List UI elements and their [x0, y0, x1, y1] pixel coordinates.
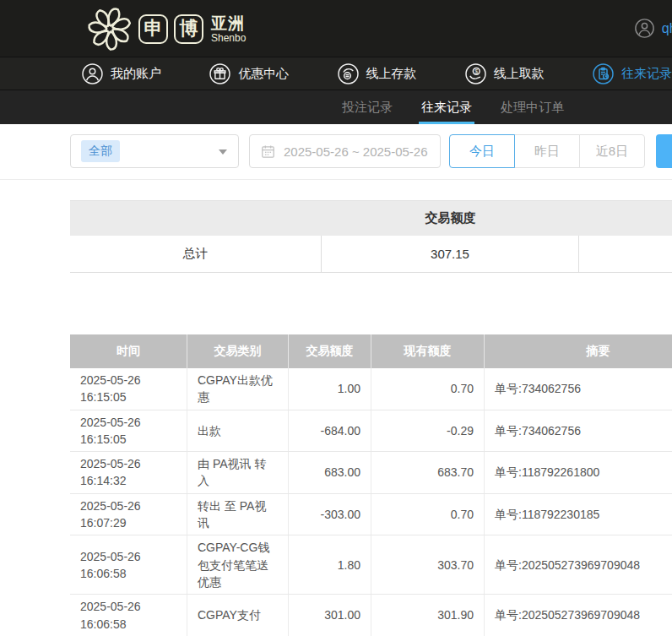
table-row: 2025-05-26 16:14:32 由 PA视讯 转入 683.00 683…	[70, 452, 672, 494]
calendar-icon	[260, 144, 276, 160]
cell-balance: 303.70	[371, 535, 485, 594]
table-row: 2025-05-26 16:15:05 出款 -684.00 -0.29 单号:…	[70, 410, 672, 453]
cell-amount: 1.80	[289, 535, 371, 594]
cell-summary: 单号:118792261800	[485, 452, 672, 493]
cell-summary: 单号:118792230185	[485, 494, 672, 535]
cell-type: 出款	[187, 410, 289, 452]
svg-text:$: $	[474, 67, 478, 74]
filter-bar: 全部 2025-05-26 ~ 2025-05-26 今日 昨日 近8日	[0, 124, 672, 180]
summary-row-label: 总计	[70, 236, 322, 272]
tab-label: 处理中订单	[501, 100, 564, 116]
cell-amount: -684.00	[289, 410, 371, 452]
column-header-amount: 交易额度	[289, 334, 371, 368]
cell-balance: 0.70	[371, 368, 485, 410]
nav-item-label: 线上取款	[494, 66, 545, 82]
nav-item-withdraw[interactable]: $ 线上取款	[464, 63, 545, 85]
table-row: 2025-05-26 16:15:05 CGPAY出款优惠 1.00 0.70 …	[70, 368, 672, 410]
nav-item-label: 我的账户	[111, 66, 161, 82]
cell-summary: 单号:734062756	[485, 410, 672, 452]
tab-processing-orders[interactable]: 处理中订单	[501, 90, 564, 124]
cell-amount: 301.00	[289, 595, 371, 636]
cell-type: 转出 至 PA视讯	[187, 494, 289, 535]
type-filter-dropdown[interactable]: 全部	[70, 134, 239, 168]
gift-icon	[209, 63, 231, 85]
table-row: 2025-05-26 16:07:29 转出 至 PA视讯 -303.00 0.…	[70, 494, 672, 536]
sub-nav: 投注记录 往来记录 处理中订单	[0, 90, 672, 124]
nav-item-label: 往来记录	[621, 66, 672, 82]
logo-char-2: 博	[174, 14, 203, 44]
transactions-table: 时间 交易类别 交易额度 现有额度 摘要 2025-05-26 16:15:05…	[70, 334, 672, 636]
summary-total-value: 307.15	[322, 236, 579, 272]
tab-transaction-records[interactable]: 往来记录	[421, 90, 472, 124]
main-nav: 我的账户 优惠中心 线上存款	[0, 57, 672, 90]
last-8-days-button[interactable]: 近8日	[579, 134, 645, 168]
nav-item-deposit[interactable]: 线上存款	[337, 63, 417, 85]
nav-item-promotions[interactable]: 优惠中心	[209, 63, 289, 85]
account-menu[interactable]: qhhw	[634, 0, 672, 57]
cell-type: CGPAY-CG钱包支付笔笔送优惠	[187, 535, 289, 594]
column-header-type: 交易类别	[187, 334, 289, 368]
summary-total-row: 总计 307.15	[70, 236, 672, 273]
brand-logo: 申 博 亚洲 Shenbo	[87, 6, 246, 52]
cell-time: 2025-05-26 16:06:58	[70, 595, 187, 636]
nav-item-my-account[interactable]: 我的账户	[81, 63, 161, 85]
tab-label: 投注记录	[342, 100, 393, 116]
logo-region: 亚洲 Shenbo	[211, 15, 246, 43]
logo-char-1: 申	[138, 14, 168, 44]
deposit-icon	[337, 63, 360, 85]
quick-date-buttons: 今日 昨日 近8日	[449, 134, 645, 168]
search-button[interactable]	[656, 134, 672, 168]
today-button[interactable]: 今日	[449, 134, 515, 168]
nav-item-label: 优惠中心	[238, 66, 289, 82]
date-range-text: 2025-05-26 ~ 2025-05-26	[284, 144, 428, 159]
cell-type: CGPAY出款优惠	[187, 368, 289, 410]
user-icon	[81, 63, 104, 85]
summary-table: 交易额度 总计 307.15	[70, 200, 672, 273]
table-row: 2025-05-26 16:06:58 CGPAY支付 301.00 301.9…	[70, 595, 672, 636]
table-body: 2025-05-26 16:15:05 CGPAY出款优惠 1.00 0.70 …	[70, 368, 672, 636]
cell-amount: 1.00	[289, 368, 371, 410]
tab-label: 往来记录	[421, 100, 472, 116]
nav-item-records[interactable]: 往来记录	[592, 63, 672, 85]
withdraw-icon: $	[464, 63, 487, 85]
cell-balance: 683.70	[371, 452, 485, 493]
cell-balance: 301.90	[371, 595, 485, 636]
table-row: 2025-05-26 16:06:58 CGPAY-CG钱包支付笔笔送优惠 1.…	[70, 535, 672, 595]
logo-subtitle: Shenbo	[211, 33, 246, 43]
column-header-balance: 现有额度	[371, 334, 485, 368]
selected-filter-chip: 全部	[81, 140, 120, 162]
summary-header-label: 交易额度	[322, 201, 579, 236]
cell-summary: 单号:734062756	[485, 368, 672, 410]
table-header-row: 时间 交易类别 交易额度 现有额度 摘要	[70, 334, 672, 368]
cell-time: 2025-05-26 16:07:29	[70, 494, 187, 535]
summary-empty-cell	[579, 236, 672, 272]
transaction-records-page: 申 博 亚洲 Shenbo qhhw 我的账户	[0, 0, 672, 636]
logo-region-cn: 亚洲	[211, 15, 246, 31]
cell-balance: -0.29	[371, 410, 485, 452]
nav-item-label: 线上存款	[366, 66, 417, 82]
cell-time: 2025-05-26 16:15:05	[70, 368, 187, 410]
tab-betting-records[interactable]: 投注记录	[342, 90, 393, 124]
user-avatar-icon	[634, 18, 655, 39]
yesterday-button[interactable]: 昨日	[514, 134, 580, 168]
column-header-summary: 摘要	[485, 334, 672, 368]
records-icon	[592, 63, 615, 85]
cell-time: 2025-05-26 16:15:05	[70, 410, 187, 452]
summary-header-row: 交易额度	[70, 201, 672, 236]
cell-summary: 单号:202505273969709048	[485, 535, 672, 594]
cell-time: 2025-05-26 16:06:58	[70, 535, 187, 594]
cell-type: 由 PA视讯 转入	[187, 452, 289, 493]
cell-balance: 0.70	[371, 494, 485, 535]
username-text[interactable]: qhhw	[662, 21, 672, 36]
cell-amount: -303.00	[289, 494, 371, 535]
date-range-picker[interactable]: 2025-05-26 ~ 2025-05-26	[249, 134, 441, 168]
column-header-time: 时间	[70, 334, 187, 368]
cell-type: CGPAY支付	[187, 595, 289, 636]
top-header: 申 博 亚洲 Shenbo qhhw	[0, 0, 672, 57]
flower-logo-icon	[87, 6, 133, 52]
cell-amount: 683.00	[289, 452, 371, 493]
cell-time: 2025-05-26 16:14:32	[70, 452, 187, 493]
cell-summary: 单号:202505273969709048	[485, 595, 672, 636]
chevron-down-icon	[219, 149, 227, 155]
